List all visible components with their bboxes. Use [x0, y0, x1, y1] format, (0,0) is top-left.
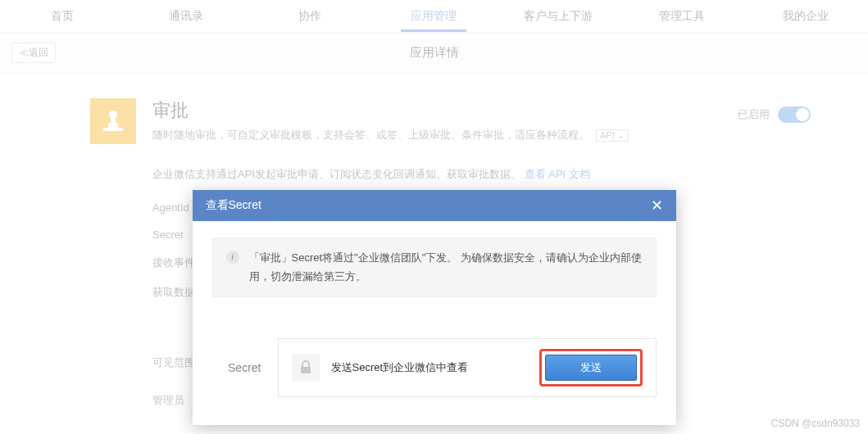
watermark: CSDN @csdn93033	[771, 418, 860, 429]
info-tip: i 「审批」Secret将通过"企业微信团队"下发。 为确保数据安全，请确认为企…	[212, 237, 657, 297]
secret-label: Secret	[212, 361, 261, 374]
secret-box: 发送Secret到企业微信中查看 发送	[278, 338, 657, 397]
svg-rect-4	[301, 367, 311, 373]
secret-row: Secret 发送Secret到企业微信中查看 发送	[212, 338, 657, 397]
modal-header: 查看Secret ✕	[193, 190, 676, 221]
secret-text: 发送Secret到企业微信中查看	[331, 360, 528, 375]
close-icon[interactable]: ✕	[651, 198, 663, 213]
modal-body: i 「审批」Secret将通过"企业微信团队"下发。 为确保数据安全，请确认为企…	[193, 221, 676, 425]
info-icon: i	[226, 251, 239, 264]
modal-overlay: 查看Secret ✕ i 「审批」Secret将通过"企业微信团队"下发。 为确…	[0, 0, 868, 434]
secret-modal: 查看Secret ✕ i 「审批」Secret将通过"企业微信团队"下发。 为确…	[193, 190, 676, 425]
lock-icon	[292, 354, 320, 382]
modal-title: 查看Secret	[206, 198, 261, 213]
send-button[interactable]: 发送	[545, 355, 637, 381]
send-highlight: 发送	[539, 349, 643, 387]
info-tip-text: 「审批」Secret将通过"企业微信团队"下发。 为确保数据安全，请确认为企业内…	[249, 248, 643, 287]
